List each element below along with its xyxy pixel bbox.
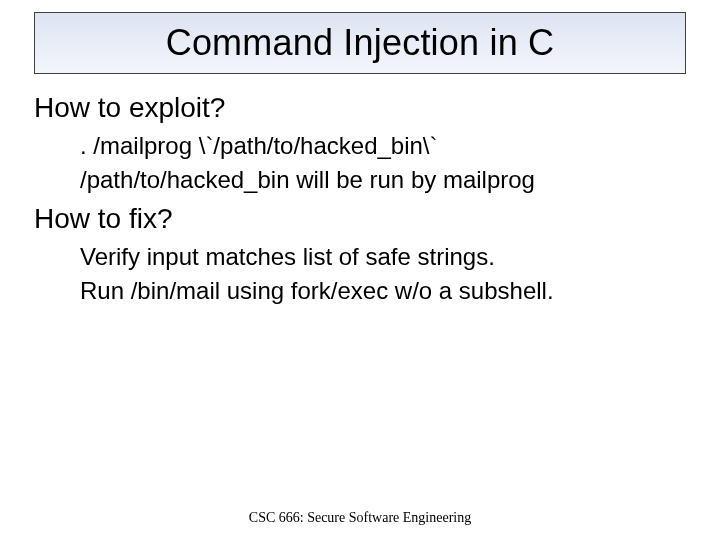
body-line: . /mailprog \`/path/to/hacked_bin\` [80, 130, 686, 162]
body-line: /path/to/hacked_bin will be run by mailp… [80, 164, 686, 196]
section-heading: How to exploit? [34, 92, 686, 124]
slide-title: Command Injection in C [166, 22, 555, 64]
body-line: Run /bin/mail using fork/exec w/o a subs… [80, 275, 686, 307]
slide-body: How to exploit? . /mailprog \`/path/to/h… [34, 92, 686, 309]
body-line: Verify input matches list of safe string… [80, 241, 686, 273]
title-box: Command Injection in C [34, 12, 686, 74]
slide: Command Injection in C How to exploit? .… [0, 0, 720, 540]
section-heading: How to fix? [34, 203, 686, 235]
slide-footer: CSC 666: Secure Software Engineering [0, 510, 720, 526]
